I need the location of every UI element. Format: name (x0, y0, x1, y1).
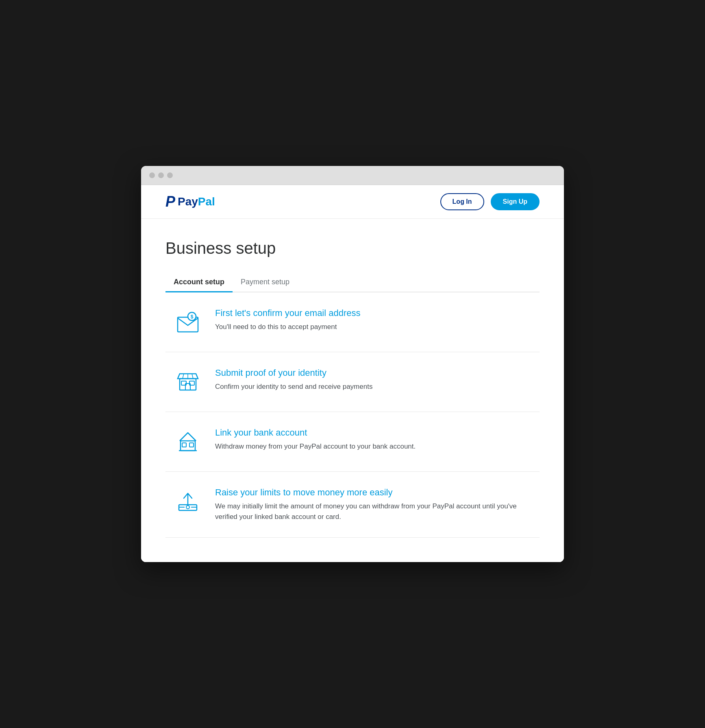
traffic-light-close[interactable] (149, 172, 155, 178)
traffic-light-minimize[interactable] (158, 172, 164, 178)
tab-account-setup[interactable]: Account setup (165, 272, 233, 292)
page-title: Business setup (165, 239, 540, 257)
bank-icon (174, 427, 202, 456)
svg-text:$: $ (191, 314, 194, 320)
setup-title-email: First let's confirm your email address (215, 308, 531, 318)
svg-rect-11 (182, 443, 186, 447)
logo-p-icon: P (165, 194, 175, 209)
setup-text-identity: Submit proof of your identity Confirm yo… (215, 368, 531, 392)
signup-button[interactable]: Sign Up (491, 193, 540, 210)
setup-title-bank: Link your bank account (215, 427, 531, 438)
setup-item-confirm-email[interactable]: $ First let's confirm your email address… (165, 292, 540, 352)
setup-item-bank[interactable]: Link your bank account Withdraw money fr… (165, 412, 540, 472)
setup-text-bank: Link your bank account Withdraw money fr… (215, 427, 531, 452)
setup-desc-email: You'll need to do this to accept payment (215, 322, 531, 332)
logo: P PayPal (165, 194, 215, 209)
traffic-light-maximize[interactable] (167, 172, 173, 178)
setup-desc-limits: We may initially limit the amount of mon… (215, 501, 531, 522)
svg-line-7 (183, 374, 184, 379)
header-buttons: Log In Sign Up (440, 193, 540, 210)
browser-content: P PayPal Log In Sign Up Business setup A… (141, 185, 564, 562)
logo-pal: Pal (198, 195, 215, 208)
email-icon: $ (174, 308, 202, 336)
browser-window: P PayPal Log In Sign Up Business setup A… (141, 166, 564, 562)
setup-text-email: First let's confirm your email address Y… (215, 308, 531, 332)
login-button[interactable]: Log In (440, 193, 484, 210)
browser-titlebar (141, 166, 564, 185)
store-icon (174, 368, 202, 396)
setup-list: $ First let's confirm your email address… (165, 292, 540, 538)
svg-rect-12 (189, 443, 194, 447)
logo-text: PayPal (178, 196, 215, 207)
setup-desc-identity: Confirm your identity to send and receiv… (215, 381, 531, 392)
svg-rect-3 (180, 379, 196, 390)
logo-pay: Pay (178, 195, 198, 208)
main-content: Business setup Account setup Payment set… (141, 219, 564, 562)
setup-item-identity[interactable]: Submit proof of your identity Confirm yo… (165, 352, 540, 412)
svg-point-18 (186, 506, 189, 509)
tab-payment-setup[interactable]: Payment setup (233, 272, 298, 292)
svg-line-9 (192, 374, 193, 379)
upload-icon (174, 487, 202, 516)
setup-title-limits: Raise your limits to move money more eas… (215, 487, 531, 498)
setup-item-limits[interactable]: Raise your limits to move money more eas… (165, 472, 540, 538)
setup-text-limits: Raise your limits to move money more eas… (215, 487, 531, 522)
setup-title-identity: Submit proof of your identity (215, 368, 531, 378)
header: P PayPal Log In Sign Up (141, 185, 564, 219)
svg-rect-10 (181, 441, 195, 451)
tabs: Account setup Payment setup (165, 272, 540, 292)
setup-desc-bank: Withdraw money from your PayPal account … (215, 441, 531, 452)
